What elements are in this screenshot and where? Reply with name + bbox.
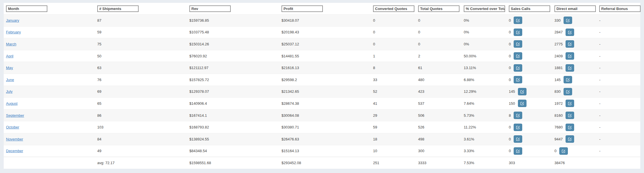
month-link[interactable]: September [6, 113, 24, 118]
month-link[interactable]: June [6, 78, 14, 82]
cell-sales_calls: 0 [507, 135, 552, 143]
cell-rev: $168793.82 [187, 125, 279, 129]
cell-sales_calls: 0 [507, 52, 552, 60]
cell-shipments: 63 [95, 66, 187, 70]
cell-converted_quotes: 33 [371, 78, 416, 82]
month-link[interactable]: March [6, 42, 16, 46]
converted_quotes-value: 0 [373, 42, 375, 46]
header-cell-sales_calls: Sales Calls [507, 5, 552, 12]
direct_email-value: 8160 [554, 113, 563, 118]
cell-shipments: 103 [95, 125, 187, 129]
edit-icon [566, 90, 570, 94]
edit-icon [568, 54, 572, 58]
profit-value: $30380.71 [282, 125, 299, 129]
header-cell-rev: Rev [187, 5, 279, 12]
direct_email-value: 145 [554, 78, 561, 82]
edit-sales_calls-button[interactable] [514, 29, 522, 36]
shipments-value: 69 [97, 89, 101, 94]
column-header-converted_quotes[interactable]: Converted Quotes [373, 5, 414, 12]
rev-value: $129378.07 [189, 89, 209, 94]
column-header-pct_converted[interactable]: % Converted over Total Q [464, 5, 505, 12]
cell-total_quotes: 61 [416, 66, 461, 70]
cell-profit: $21342.65 [279, 89, 371, 94]
month-link[interactable]: April [6, 54, 13, 58]
cell-profit: $21616.13 [279, 66, 371, 70]
cell-sales_calls: 0 [507, 124, 552, 131]
edit-direct_email-button[interactable] [566, 40, 574, 48]
cell-referral_bonus: - [597, 30, 640, 34]
pct_converted-value: 0% [464, 42, 469, 46]
edit-icon [568, 30, 572, 34]
cell-month: July [4, 89, 95, 94]
table-row-april: April50$76020.92$14481.551250.00%02409- [4, 50, 640, 62]
cell-referral_bonus: - [597, 78, 640, 82]
edit-sales_calls-button[interactable] [514, 124, 522, 131]
cell-profit: $26476.63 [279, 137, 371, 141]
edit-direct_email-button[interactable] [564, 76, 572, 83]
edit-sales_calls-button[interactable] [514, 17, 522, 24]
month-link[interactable]: July [6, 89, 13, 94]
month-link[interactable]: May [6, 66, 13, 70]
converted_quotes-value: 0 [373, 30, 375, 34]
edit-sales_calls-button[interactable] [514, 76, 522, 83]
edit-sales_calls-button[interactable] [518, 100, 526, 107]
column-header-direct_email[interactable]: Direct email [554, 5, 596, 12]
cell-referral_bonus: - [597, 54, 640, 58]
edit-sales_calls-button[interactable] [514, 64, 522, 72]
cell-rev: $129378.07 [187, 89, 279, 94]
header-cell-month: Month [4, 5, 95, 12]
column-header-shipments[interactable]: # Shipments [97, 5, 139, 12]
cell-total_quotes: 526 [416, 125, 461, 129]
cell-sales_calls: 145 [507, 88, 552, 95]
column-header-total_quotes[interactable]: Total Quotes [418, 5, 459, 12]
cell-sales_calls: 150 [507, 100, 552, 107]
edit-direct_email-button[interactable] [566, 29, 574, 36]
edit-direct_email-button[interactable] [566, 64, 574, 72]
edit-direct_email-button[interactable] [564, 17, 572, 24]
cell-converted_quotes: 0 [371, 42, 416, 46]
monthly-stats-table: Month# ShipmentsRevProfitConverted Quote… [4, 3, 640, 169]
cell-referral_bonus: - [597, 101, 640, 106]
edit-direct_email-button[interactable] [566, 112, 574, 119]
edit-sales_calls-button[interactable] [514, 40, 522, 48]
edit-direct_email-button[interactable] [566, 124, 574, 131]
edit-direct_email-button[interactable] [566, 100, 574, 107]
month-link[interactable]: October [6, 125, 19, 129]
cell-pct_converted: 13.11% [461, 66, 507, 70]
edit-direct_email-button[interactable] [566, 135, 574, 143]
shipments-value: 86 [97, 113, 101, 118]
column-header-profit[interactable]: Profit [282, 5, 323, 12]
column-header-rev[interactable]: Rev [189, 5, 231, 12]
month-link[interactable]: August [6, 101, 17, 106]
total_quotes-value: 423 [418, 89, 424, 94]
cell-total_quotes: 0 [416, 18, 461, 23]
edit-sales_calls-button[interactable] [514, 112, 522, 119]
column-header-sales_calls[interactable]: Sales Calls [509, 5, 550, 12]
cell-shipments: avg: 72.17 [95, 161, 187, 165]
edit-sales_calls-button[interactable] [518, 88, 526, 95]
cell-rev: $121112.97 [187, 66, 279, 70]
converted_quotes-value: 29 [373, 113, 377, 118]
edit-sales_calls-button[interactable] [514, 147, 522, 155]
edit-direct_email-button[interactable] [566, 52, 574, 60]
column-header-referral_bonus[interactable]: Referral Bonus [599, 5, 641, 12]
month-link[interactable]: November [6, 137, 23, 141]
cell-converted_quotes: 0 [371, 18, 416, 23]
month-link[interactable]: December [6, 149, 23, 153]
cell-sales_calls: 0 [507, 147, 552, 155]
cell-rev: $138924.55 [187, 137, 279, 141]
edit-icon [562, 149, 566, 153]
column-header-month[interactable]: Month [6, 5, 47, 12]
table-summary-row: avg: 72.17$1598551.68$293452.0825133337.… [4, 157, 640, 169]
direct_email-value: 1881 [554, 66, 563, 70]
profit-value: $293452.08 [282, 161, 301, 165]
month-link[interactable]: January [6, 18, 19, 23]
edit-direct_email-button[interactable] [559, 147, 568, 155]
edit-sales_calls-button[interactable] [514, 52, 522, 60]
month-link[interactable]: February [6, 30, 21, 34]
direct_email-value: 7680 [554, 125, 563, 129]
referral_bonus-value: - [599, 149, 600, 153]
cell-direct_email: 830 [552, 88, 597, 95]
edit-direct_email-button[interactable] [564, 88, 572, 95]
edit-sales_calls-button[interactable] [514, 135, 522, 143]
